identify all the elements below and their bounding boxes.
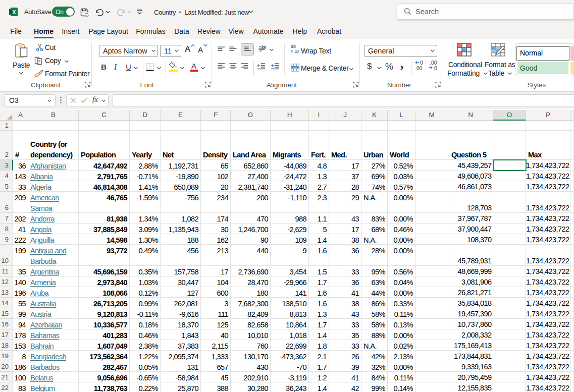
svg-text:X: X — [12, 9, 16, 15]
svg-text:c: c — [291, 48, 293, 53]
